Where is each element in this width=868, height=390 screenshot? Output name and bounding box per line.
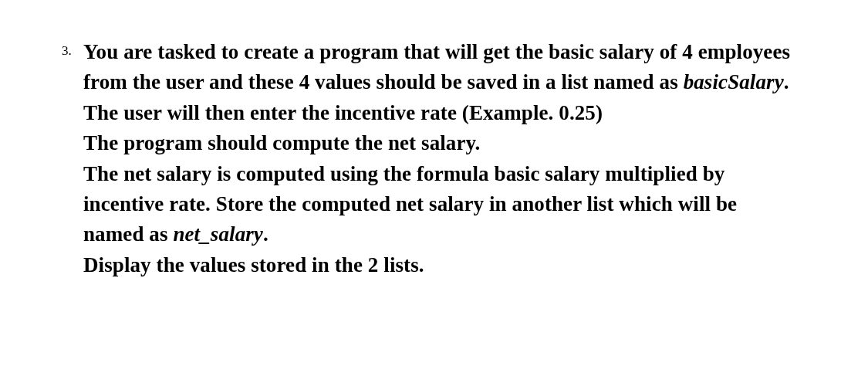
text-segment-2: The user will then enter the incentive r… xyxy=(83,101,603,124)
text-segment-3: The program should compute the net salar… xyxy=(83,131,480,154)
text-segment-5: Display the values stored in the 2 lists… xyxy=(83,253,424,276)
period-2: . xyxy=(263,222,269,246)
question-text: You are tasked to create a program that … xyxy=(83,37,791,280)
italic-variable-1: basicSalary xyxy=(684,70,784,93)
numbered-list-item: 3. You are tasked to create a program th… xyxy=(62,37,791,280)
period-1: . xyxy=(784,70,789,93)
list-number: 3. xyxy=(62,43,77,59)
italic-variable-2: net_salary xyxy=(173,222,263,246)
